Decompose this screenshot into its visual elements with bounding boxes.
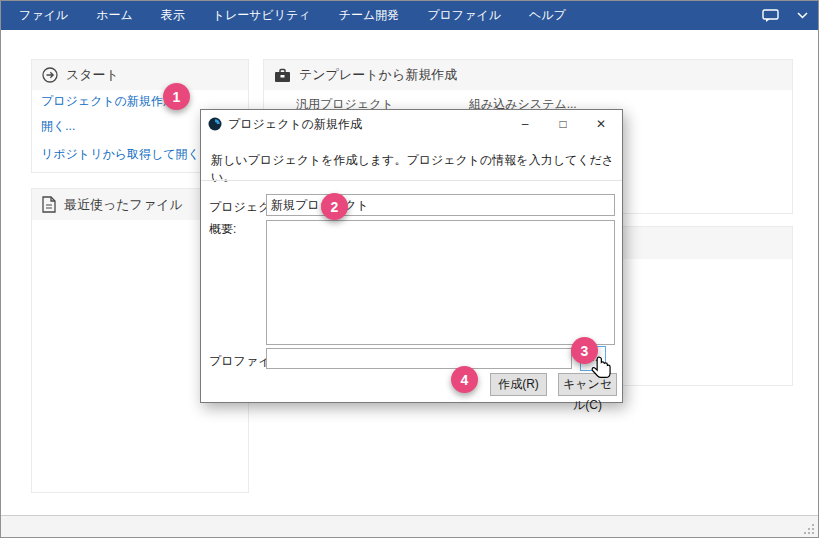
hand-cursor-icon	[589, 355, 615, 383]
summary-textarea[interactable]	[266, 220, 615, 345]
step-badge-2: 2	[321, 193, 348, 220]
maximize-button[interactable]: □	[544, 110, 582, 138]
menu-profile[interactable]: プロファイル	[413, 0, 515, 32]
minimize-button[interactable]: –	[506, 110, 544, 138]
start-arrow-icon	[42, 67, 58, 83]
summary-label: 概要:	[209, 221, 236, 238]
create-button[interactable]: 作成(R)	[490, 373, 547, 396]
templates-title: テンプレートから新規作成	[299, 66, 457, 84]
app-logo-icon	[208, 117, 222, 131]
close-button[interactable]: ✕	[582, 110, 620, 138]
resize-grip[interactable]	[803, 523, 815, 535]
step-badge-1: 1	[163, 83, 190, 110]
app-window: ファイル ホーム 表示 トレーサビリティ チーム開発 プロファイル ヘルプ スタ…	[0, 0, 819, 538]
new-project-dialog: プロジェクトの新規作成 – □ ✕ 新しいプロジェクトを作成します。プロジェクト…	[200, 109, 623, 403]
feedback-icon[interactable]	[762, 9, 779, 23]
document-icon	[42, 196, 56, 213]
dialog-titlebar[interactable]: プロジェクトの新規作成 – □ ✕	[201, 110, 622, 138]
link-open[interactable]: 開く...	[41, 118, 75, 135]
chevron-down-icon[interactable]	[797, 12, 808, 19]
templates-header: テンプレートから新規作成	[264, 60, 792, 90]
menu-bar: ファイル ホーム 表示 トレーサビリティ チーム開発 プロファイル ヘルプ	[1, 1, 818, 30]
link-open-from-repository[interactable]: リポジトリから取得して開く...	[41, 146, 210, 163]
project-name-input[interactable]	[266, 194, 615, 216]
menu-traceability[interactable]: トレーサビリティ	[199, 0, 325, 32]
status-bar	[1, 515, 818, 538]
menu-help[interactable]: ヘルプ	[515, 0, 580, 32]
menu-home[interactable]: ホーム	[82, 0, 147, 32]
menu-team-dev[interactable]: チーム開発	[325, 0, 414, 32]
dialog-divider	[201, 180, 622, 181]
step-badge-4: 4	[451, 366, 478, 393]
start-panel-title: スタート	[66, 66, 119, 84]
start-panel-header: スタート	[32, 60, 248, 90]
profile-input[interactable]	[266, 348, 572, 369]
menu-view[interactable]: 表示	[147, 0, 199, 32]
template-box-icon	[274, 68, 291, 83]
dialog-title: プロジェクトの新規作成	[228, 116, 362, 133]
menu-file[interactable]: ファイル	[5, 0, 82, 32]
recent-files-title: 最近使ったファイル	[64, 196, 183, 214]
